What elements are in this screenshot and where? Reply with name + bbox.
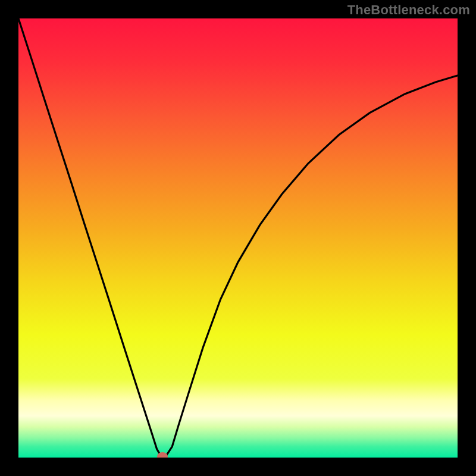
plot-area	[18, 18, 458, 458]
chart-container: TheBottleneck.com	[0, 0, 476, 476]
attribution-text: TheBottleneck.com	[347, 2, 470, 18]
optimal-point-marker	[157, 452, 168, 458]
bottleneck-curve	[18, 18, 458, 458]
